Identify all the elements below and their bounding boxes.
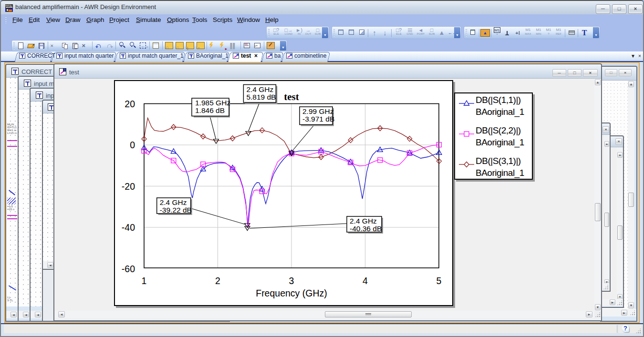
- svg-text:5.819 dB: 5.819 dB: [246, 93, 276, 101]
- svg-text:-3.971 dB: -3.971 dB: [302, 115, 334, 123]
- svg-text:2.4 GHz: 2.4 GHz: [246, 85, 273, 93]
- svg-text:0: 0: [130, 140, 135, 150]
- svg-text:-40.36 dB: -40.36 dB: [350, 225, 382, 233]
- svg-text:1.846 dB: 1.846 dB: [195, 106, 225, 114]
- svg-text:-20: -20: [122, 181, 135, 192]
- svg-text:1: 1: [142, 276, 147, 286]
- svg-text:Frequency (GHz): Frequency (GHz): [256, 288, 327, 298]
- svg-text:-60: -60: [122, 264, 135, 274]
- svg-text:3: 3: [289, 276, 294, 286]
- svg-text:2.4 GHz: 2.4 GHz: [350, 217, 377, 225]
- svg-text:2: 2: [215, 276, 220, 286]
- svg-text:20: 20: [125, 99, 135, 109]
- svg-text:1.985 GHz: 1.985 GHz: [195, 99, 230, 107]
- svg-text:2.99 GHz: 2.99 GHz: [302, 107, 333, 115]
- svg-text:2.4 GHz: 2.4 GHz: [160, 198, 187, 206]
- svg-text:test: test: [284, 91, 299, 102]
- svg-text:5: 5: [436, 276, 442, 286]
- svg-text:-39.22 dB: -39.22 dB: [160, 206, 192, 214]
- svg-text:4: 4: [363, 276, 368, 286]
- svg-text:-40: -40: [122, 222, 135, 233]
